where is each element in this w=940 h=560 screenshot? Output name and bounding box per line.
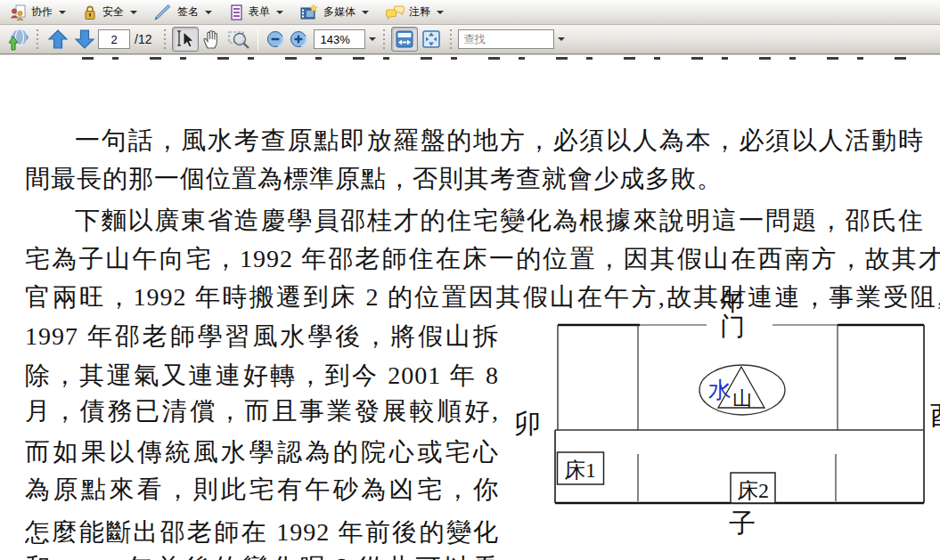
- film-icon: [299, 4, 319, 21]
- hand-icon: [201, 28, 223, 50]
- toolbar-grip: [449, 29, 454, 49]
- menu-collaborate[interactable]: 协作: [5, 2, 73, 23]
- zoom-in-button[interactable]: [287, 27, 310, 52]
- fit-page-icon: [421, 29, 441, 49]
- menu-comments[interactable]: 注释: [381, 2, 451, 23]
- arrow-down-icon: [74, 28, 95, 50]
- plus-circle-icon: [290, 30, 307, 48]
- chevron-down-icon: [276, 11, 283, 14]
- column-line: 月，債務已清償，而且事業發展較順好,: [25, 397, 499, 427]
- menu-multimedia-label: 多媒体: [323, 4, 356, 20]
- column-line: 1997 年邵老師學習風水學後，將假山拆: [25, 322, 499, 353]
- next-page-button[interactable]: [71, 27, 98, 52]
- chevron-down-icon: [205, 11, 212, 14]
- page-number-input[interactable]: [98, 29, 130, 49]
- menu-forms-label: 表单: [249, 4, 270, 20]
- arrow-up-icon: [47, 28, 69, 50]
- chevron-down-icon: [130, 11, 137, 14]
- toolbar-grip: [382, 29, 387, 49]
- pen-icon: [153, 4, 173, 21]
- column-line: 為原點來看，則此宅有午砂為凶宅，你: [25, 475, 499, 506]
- web-home-button[interactable]: [4, 27, 31, 52]
- paragraph-line: 一句話，風水考查原點即放羅盤的地方，必須以人為本，必須以人活動時: [25, 126, 924, 157]
- plugins-toolbar: 协作 安全 签名: [0, 0, 940, 25]
- menu-comments-label: 注释: [409, 4, 430, 20]
- bed1-label: 床1: [564, 459, 596, 482]
- menu-sign[interactable]: 签名: [150, 2, 219, 23]
- gate-label: 门: [720, 312, 745, 340]
- menu-sign-label: 签名: [177, 4, 199, 20]
- column-line: 而如果以傳統風水學認為的院心或宅心: [25, 438, 499, 468]
- column-line: 和 1997 年前後的變化呢？從此可以看: [25, 554, 499, 560]
- speech-bubbles-icon: [385, 4, 405, 21]
- fit-width-button[interactable]: [391, 27, 418, 52]
- form-icon: [228, 4, 244, 21]
- water-label: 水: [708, 377, 732, 403]
- paragraph-line: 下麵以廣東省造慶學員邵桂才的住宅變化為根據來說明這一問題，邵氏住: [25, 207, 924, 237]
- select-tool-button[interactable]: [172, 27, 199, 52]
- toolbar-separator: [257, 28, 258, 50]
- column-line: 怎麼能斷出邵老師在 1992 年前後的變化: [25, 518, 499, 548]
- direction-east-label: 卯: [514, 409, 541, 438]
- fit-page-button[interactable]: [418, 27, 445, 52]
- zoom-out-button[interactable]: [264, 27, 287, 52]
- chevron-down-icon: [362, 11, 369, 14]
- column-line: 除，其運氣又連連好轉，到今 2001 年 8: [25, 361, 499, 392]
- previous-page-button[interactable]: [45, 27, 71, 52]
- find-input[interactable]: [458, 29, 554, 49]
- chevron-down-icon: [437, 11, 444, 14]
- minus-circle-icon: [266, 30, 284, 48]
- zoom-marquee-icon: [227, 28, 250, 50]
- page-total-label: /12: [135, 32, 151, 46]
- zoom-dropdown-arrow[interactable]: [365, 29, 378, 49]
- zoom-level-input[interactable]: [314, 29, 365, 49]
- toolbar-grip: [163, 29, 168, 49]
- direction-north-label: 子: [729, 508, 756, 538]
- fit-width-icon: [395, 29, 414, 49]
- direction-west-label: 酉: [930, 401, 940, 430]
- paragraph-line: 間最長的那一個位置為標準原點，否則其考查就會少成多敗。: [25, 165, 723, 192]
- collaborate-icon: [9, 4, 27, 21]
- navigation-toolbar: /12: [0, 25, 940, 54]
- chevron-down-icon: [59, 11, 66, 14]
- menu-forms[interactable]: 表单: [225, 2, 290, 23]
- mountain-label: 山: [732, 387, 752, 410]
- floorplan-diagram: 水 山 床1 床2 午 门 卯 酉 子: [508, 276, 940, 547]
- hand-tool-button[interactable]: [199, 27, 225, 52]
- globe-icon: [6, 28, 29, 51]
- paragraph-line: 宅為子山午向宅，1992 年邵老師住在床一的位置，因其假山在西南方，故其才: [25, 245, 940, 275]
- lock-icon: [82, 4, 98, 21]
- direction-south-label: 午: [720, 288, 745, 315]
- document-page[interactable]: 一句話，風水考查原點即放羅盤的地方，必須以人為本，必須以人活動時 間最長的那一個…: [0, 55, 940, 560]
- menu-security-label: 安全: [102, 4, 124, 20]
- select-cursor-icon: [175, 28, 196, 50]
- clipped-text-line: [82, 57, 924, 60]
- menu-collaborate-label: 协作: [31, 4, 53, 20]
- toolbar-grip: [36, 29, 40, 49]
- pdf-reader-window: 协作 安全 签名: [0, 0, 940, 560]
- menu-security[interactable]: 安全: [78, 2, 144, 23]
- find-dropdown-arrow[interactable]: [554, 29, 567, 49]
- marquee-zoom-tool-button[interactable]: [225, 27, 252, 52]
- menu-multimedia[interactable]: 多媒体: [296, 2, 376, 23]
- bed2-label: 床2: [737, 479, 769, 502]
